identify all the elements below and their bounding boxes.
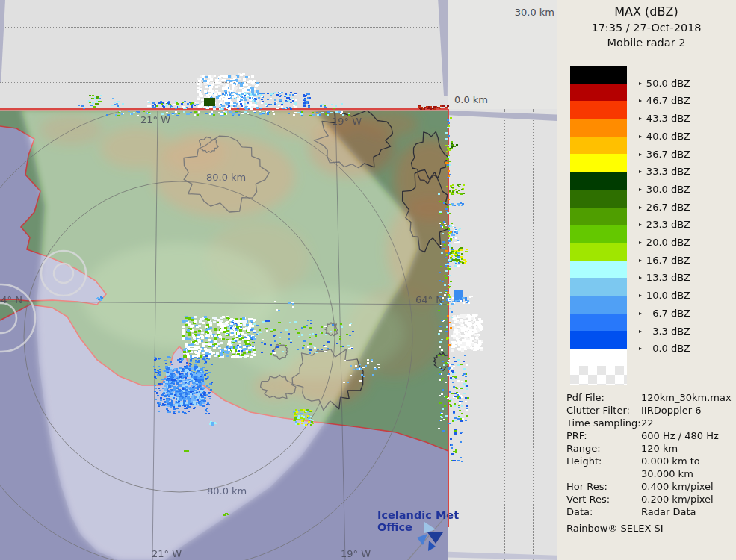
scale-tick-label: ▸43.3 dBZ xyxy=(639,113,729,124)
range-ring-label-bottom: 80.0 km xyxy=(207,485,247,497)
scale-tick-label: ▸33.3 dBZ xyxy=(639,166,729,177)
info-value: 600 Hz / 480 Hz xyxy=(641,429,719,442)
dbz-color-scale: ▸50.0 dBZ▸46.7 dBZ▸43.3 dBZ▸40.0 dBZ▸36.… xyxy=(570,66,720,349)
beam-edge-shade xyxy=(437,0,448,96)
scale-band xyxy=(570,137,627,155)
tick-arrow-icon: ▸ xyxy=(639,221,642,228)
height-gridline xyxy=(0,27,448,28)
radar-area-boundary-right xyxy=(448,109,449,527)
scan-datetime: 17:35 / 27-Oct-2018 xyxy=(557,22,736,34)
scale-tick-label: ▸20.0 dBZ xyxy=(639,237,729,248)
scale-tick-label: ▸23.3 dBZ xyxy=(639,219,729,230)
info-value: 120km_30km.max xyxy=(641,391,732,404)
scale-tick-label: ▸13.3 dBZ xyxy=(639,272,729,283)
lon-label-east-bottom: 19° W xyxy=(341,548,371,559)
info-row: Height:0.000 km to xyxy=(566,455,735,467)
tick-arrow-icon: ▸ xyxy=(639,345,642,352)
met-office-pinwheel-icon xyxy=(415,520,445,552)
tick-arrow-icon: ▸ xyxy=(639,115,642,122)
scale-tick-value: 16.7 dBZ xyxy=(644,255,690,266)
axis-corner-area: 30.0 km 0.0 km xyxy=(448,0,557,109)
scale-tick-label: ▸46.7 dBZ xyxy=(639,95,729,106)
info-label xyxy=(566,467,641,480)
info-value: IIRDoppler 6 xyxy=(641,404,702,417)
lat-label-east: 64° N xyxy=(415,294,443,305)
scale-band xyxy=(570,172,627,190)
scale-tick-value: 26.7 dBZ xyxy=(644,202,690,213)
scale-band xyxy=(570,101,627,119)
scale-band xyxy=(570,154,627,172)
scale-band xyxy=(570,225,627,243)
info-row: Vert Res:0.200 km/pixel xyxy=(566,493,735,505)
scale-tick-value: 30.0 dBZ xyxy=(644,184,690,195)
scale-band xyxy=(570,66,627,84)
product-info-block: Pdf File:120km_30km.maxClutter Filter:II… xyxy=(566,391,735,534)
beam-edge-shade xyxy=(0,0,5,82)
info-row: Hor Res:0.400 km/pixel xyxy=(566,480,735,493)
scale-tick-label: ▸3.3 dBZ xyxy=(639,326,729,337)
scale-tick-value: 6.7 dBZ xyxy=(644,308,690,319)
height-gridline xyxy=(477,109,477,560)
height-gridline xyxy=(504,109,505,560)
tick-arrow-icon: ▸ xyxy=(639,80,642,87)
software-name: Rainbow® SELEX-SI xyxy=(566,523,735,534)
scale-tick-label: ▸30.0 dBZ xyxy=(639,184,729,195)
info-label: Vert Res: xyxy=(566,493,641,505)
scale-tick-label: ▸16.7 dBZ xyxy=(639,255,729,266)
scale-band xyxy=(570,190,627,208)
scale-band xyxy=(570,84,627,102)
info-row: Pdf File:120km_30km.max xyxy=(566,391,735,404)
scale-band xyxy=(570,261,627,279)
legend-panel: MAX (dBZ) 17:35 / 27-Oct-2018 Mobile rad… xyxy=(557,0,736,560)
scale-tick-value: 3.3 dBZ xyxy=(644,326,690,337)
scale-tick-label: ▸40.0 dBZ xyxy=(639,131,729,142)
beam-edge-shade xyxy=(448,550,557,560)
scale-tick-value: 13.3 dBZ xyxy=(644,272,690,283)
map-viewport[interactable]: 21° W 19° W 21° W 19° W 64° N 64° N 80.0… xyxy=(0,109,448,560)
info-label: Hor Res: xyxy=(566,480,641,493)
height-axis-min-label: 0.0 km xyxy=(454,94,488,105)
info-value: 22 xyxy=(641,417,654,429)
tick-arrow-icon: ▸ xyxy=(639,292,642,299)
range-ring-label-top: 80.0 km xyxy=(206,172,246,183)
tick-arrow-icon: ▸ xyxy=(639,186,642,193)
info-label: Pdf File: xyxy=(566,391,641,404)
info-value: 30.000 km xyxy=(641,467,693,480)
info-row: Clutter Filter:IIRDoppler 6 xyxy=(566,404,735,417)
info-label: Height: xyxy=(566,455,641,467)
info-label: Data: xyxy=(566,505,641,518)
scale-tick-value: 46.7 dBZ xyxy=(644,95,690,106)
lon-label-west-top: 21° W xyxy=(140,114,170,125)
tick-arrow-icon: ▸ xyxy=(639,151,642,158)
info-row: 30.000 km xyxy=(566,467,735,480)
tick-arrow-icon: ▸ xyxy=(639,168,642,175)
info-value: 0.200 km/pixel xyxy=(641,493,714,505)
info-row: Data:Radar Data xyxy=(566,505,735,518)
tick-arrow-icon: ▸ xyxy=(639,274,642,281)
scale-tick-label: ▸10.0 dBZ xyxy=(639,290,729,301)
scale-band xyxy=(570,314,627,332)
radar-display-window: 30.0 km 0.0 km xyxy=(0,0,736,560)
tick-arrow-icon: ▸ xyxy=(639,97,642,104)
scale-tick-label: ▸6.7 dBZ xyxy=(639,308,729,319)
product-title: MAX (dBZ) xyxy=(557,4,736,19)
scale-band xyxy=(570,278,627,296)
lat-label-west: 64° N xyxy=(0,294,22,305)
height-gridline xyxy=(0,82,448,83)
scale-band xyxy=(570,331,627,349)
scale-tick-value: 36.7 dBZ xyxy=(644,149,690,160)
right-cross-section-panel xyxy=(448,109,557,560)
scale-band xyxy=(570,119,627,137)
scale-tick-label: ▸0.0 dBZ xyxy=(639,343,729,354)
info-label: Range: xyxy=(566,442,641,455)
info-value: 120 km xyxy=(641,442,678,455)
lon-label-east-top: 19° W xyxy=(332,116,362,127)
scale-band xyxy=(570,296,627,314)
top-cross-section-panel xyxy=(0,0,448,109)
tick-arrow-icon: ▸ xyxy=(639,204,642,211)
info-value: 0.000 km to xyxy=(641,455,700,467)
info-value: Radar Data xyxy=(641,505,696,518)
info-label: Clutter Filter: xyxy=(566,404,641,417)
scale-tick-value: 23.3 dBZ xyxy=(644,219,690,230)
legend-titles: MAX (dBZ) 17:35 / 27-Oct-2018 Mobile rad… xyxy=(557,4,736,49)
